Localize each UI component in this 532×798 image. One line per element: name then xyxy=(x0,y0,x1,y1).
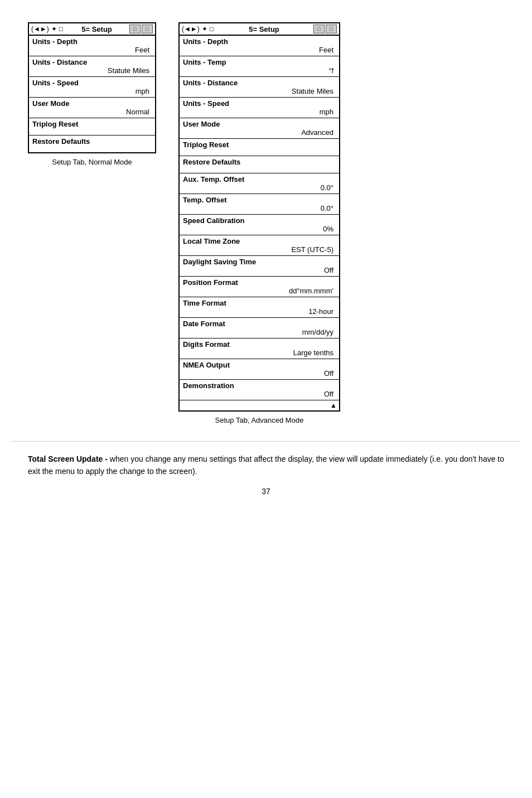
right-item-label-4: User Mode xyxy=(183,120,336,128)
right-menu-item-5[interactable]: Triplog Reset xyxy=(180,139,339,156)
left-item-label-2: Units - Speed xyxy=(32,79,152,87)
right-item-label-10: Local Time Zone xyxy=(183,237,336,245)
left-item-label-0: Units - Depth xyxy=(32,37,152,46)
right-item-value-7: 0.0° xyxy=(183,183,336,192)
right-item-value-3: mph xyxy=(183,108,336,116)
right-menu-item-13[interactable]: Time Format 12-hour xyxy=(180,297,339,318)
right-menu-item-16[interactable]: NMEA Output Off xyxy=(180,359,339,380)
left-item-value-0: Feet xyxy=(32,46,152,54)
right-btn-1[interactable]: □ xyxy=(313,25,325,33)
speaker-icon: (◄►) xyxy=(31,25,49,33)
bottom-text: Total Screen Update - when you change an… xyxy=(28,453,504,478)
left-panel: (◄►) ✦ □ 5= Setup □ □ Units - Depth Feet… xyxy=(28,22,156,424)
page-number: 37 xyxy=(28,487,504,496)
right-item-value-17: Off xyxy=(183,390,336,398)
right-menu-item-14[interactable]: Date Format mm/dd/yy xyxy=(180,318,339,338)
right-menu-item-15[interactable]: Digits Format Large tenths xyxy=(180,338,339,359)
right-menu-item-6[interactable]: Restore Defaults xyxy=(180,156,339,173)
right-title-bar: (◄►) ✦ □ 5= Setup □ □ xyxy=(180,23,339,36)
right-item-label-3: Units - Speed xyxy=(183,99,336,108)
right-item-label-1: Units - Temp xyxy=(183,58,336,66)
left-item-value-3: Normal xyxy=(32,108,152,116)
right-panel: (◄►) ✦ □ 5= Setup □ □ Units - Depth Feet… xyxy=(178,22,340,424)
map-icon: □ xyxy=(59,25,63,33)
left-menu-item-0[interactable]: Units - Depth Feet xyxy=(29,36,155,56)
left-menu-item-3[interactable]: User Mode Normal xyxy=(29,98,155,118)
right-menu-item-2[interactable]: Units - Distance Statute Miles xyxy=(180,77,339,98)
right-item-label-14: Date Format xyxy=(183,320,336,328)
right-item-label-7: Aux. Temp. Offset xyxy=(183,175,336,183)
right-item-value-1: °f xyxy=(183,66,336,75)
right-item-value-16: Off xyxy=(183,369,336,378)
right-item-label-6: Restore Defaults xyxy=(183,158,336,166)
right-item-value-10: EST (UTC-5) xyxy=(183,245,336,254)
right-menu-item-4[interactable]: User Mode Advanced xyxy=(180,118,339,139)
left-btn-2[interactable]: □ xyxy=(142,25,153,33)
right-item-label-5: Triplog Reset xyxy=(183,141,336,149)
right-menu-item-17[interactable]: Demonstration Off xyxy=(180,380,339,400)
left-caption: Setup Tab, Normal Mode xyxy=(52,158,132,166)
left-setup-label: 5= Setup xyxy=(65,25,128,33)
left-menu-item-2[interactable]: Units - Speed mph xyxy=(29,77,155,98)
right-item-label-12: Position Format xyxy=(183,278,336,287)
scroll-indicator: ▲ xyxy=(180,400,339,410)
right-btn-2[interactable]: □ xyxy=(326,25,337,33)
right-menu-item-8[interactable]: Temp. Offset 0.0° xyxy=(180,194,339,215)
right-device-frame: (◄►) ✦ □ 5= Setup □ □ Units - Depth Feet… xyxy=(178,22,340,412)
bottom-bold: Total Screen Update - xyxy=(28,454,108,463)
right-speaker-icon: (◄►) xyxy=(182,25,200,33)
left-menu-item-1[interactable]: Units - Distance Statute Miles xyxy=(29,56,155,77)
left-item-label-1: Units - Distance xyxy=(32,58,152,66)
right-item-label-13: Time Format xyxy=(183,299,336,307)
right-item-value-11: Off xyxy=(183,266,336,274)
right-item-label-15: Digits Format xyxy=(183,340,336,349)
right-item-label-2: Units - Distance xyxy=(183,79,336,87)
right-menu-item-1[interactable]: Units - Temp °f xyxy=(180,56,339,77)
right-menu-item-9[interactable]: Speed Calibration 0% xyxy=(180,215,339,235)
left-item-label-5: Restore Defaults xyxy=(32,137,152,146)
left-device-frame: (◄►) ✦ □ 5= Setup □ □ Units - Depth Feet… xyxy=(28,22,156,153)
left-menu-item-5[interactable]: Restore Defaults xyxy=(29,136,155,152)
right-item-value-4: Advanced xyxy=(183,128,336,137)
right-menu-item-12[interactable]: Position Format dd°mm.mmm' xyxy=(180,277,339,297)
right-menu-item-7[interactable]: Aux. Temp. Offset 0.0° xyxy=(180,173,339,194)
right-caption: Setup Tab, Advanced Mode xyxy=(215,416,304,424)
right-map-icon: □ xyxy=(210,25,214,33)
right-item-value-14: mm/dd/yy xyxy=(183,328,336,336)
right-item-label-16: NMEA Output xyxy=(183,361,336,369)
star-icon: ✦ xyxy=(51,25,57,33)
right-item-value-8: 0.0° xyxy=(183,204,336,212)
right-menu-item-3[interactable]: Units - Speed mph xyxy=(180,98,339,118)
right-setup-label: 5= Setup xyxy=(216,25,312,33)
left-item-value-2: mph xyxy=(32,87,152,95)
right-item-value-2: Statute Miles xyxy=(183,87,336,95)
left-menu-item-4[interactable]: Triplog Reset xyxy=(29,118,155,136)
left-btn-1[interactable]: □ xyxy=(129,25,141,33)
right-item-label-17: Demonstration xyxy=(183,381,336,390)
right-item-value-9: 0% xyxy=(183,225,336,233)
left-item-value-1: Statute Miles xyxy=(32,66,152,75)
right-item-value-13: 12-hour xyxy=(183,307,336,316)
bottom-section: Total Screen Update - when you change an… xyxy=(11,441,521,507)
right-star-icon: ✦ xyxy=(202,25,207,33)
right-menu-item-11[interactable]: Daylight Saving Time Off xyxy=(180,256,339,277)
right-item-value-12: dd°mm.mmm' xyxy=(183,287,336,295)
right-menu-item-0[interactable]: Units - Depth Feet xyxy=(180,36,339,56)
left-title-bar: (◄►) ✦ □ 5= Setup □ □ xyxy=(29,23,155,36)
left-item-label-4: Triplog Reset xyxy=(32,120,152,128)
right-item-label-8: Temp. Offset xyxy=(183,196,336,204)
right-menu-item-10[interactable]: Local Time Zone EST (UTC-5) xyxy=(180,235,339,256)
left-item-label-3: User Mode xyxy=(32,99,152,108)
right-item-label-11: Daylight Saving Time xyxy=(183,258,336,266)
right-item-label-0: Units - Depth xyxy=(183,37,336,46)
right-item-value-15: Large tenths xyxy=(183,349,336,357)
right-item-value-0: Feet xyxy=(183,46,336,54)
right-item-label-9: Speed Calibration xyxy=(183,216,336,225)
